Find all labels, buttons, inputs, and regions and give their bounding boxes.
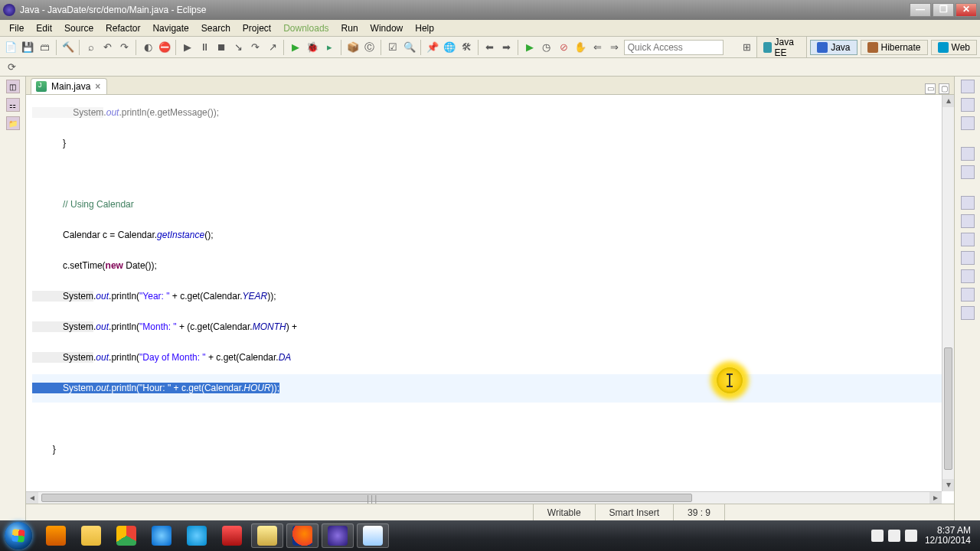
taskbar-media-player[interactable] — [40, 523, 72, 548]
refresh-button[interactable]: ⟳ — [3, 59, 20, 76]
save-all-button[interactable]: 🗃 — [37, 39, 52, 56]
minimize-view-button[interactable]: ▭ — [925, 83, 936, 94]
menu-help[interactable]: Help — [409, 21, 440, 35]
nav-forward-button[interactable]: ➡ — [499, 39, 514, 56]
view-icon-5[interactable] — [961, 233, 975, 246]
taskbar-chrome[interactable] — [110, 523, 142, 548]
view-icon-4[interactable] — [961, 214, 975, 228]
build-button[interactable]: 🔨 — [60, 39, 75, 56]
ext-tools-button[interactable]: ✋ — [573, 39, 588, 56]
perspective-hibernate[interactable]: Hibernate — [861, 40, 928, 55]
code-area[interactable]: System.out.println(e.getMessage()); } //… — [26, 95, 942, 491]
problems-icon[interactable] — [961, 116, 975, 130]
new-package-button[interactable]: 📦 — [345, 39, 361, 56]
vertical-scrollbar[interactable]: ▴ ▾ — [942, 95, 954, 491]
taskbar-eclipse[interactable] — [322, 523, 354, 548]
close-button[interactable]: ✕ — [956, 3, 977, 17]
taskbar-skype[interactable] — [181, 523, 213, 548]
package-explorer-icon[interactable]: ◫ — [6, 80, 20, 93]
menu-navigate[interactable]: Navigate — [146, 21, 194, 35]
vscroll-thumb[interactable] — [944, 347, 952, 470]
menu-window[interactable]: Window — [364, 21, 410, 35]
debug-button[interactable]: 🐞 — [305, 39, 320, 56]
maximize-button[interactable]: ❐ — [933, 3, 954, 17]
view-icon-8[interactable] — [961, 288, 975, 302]
step-over-button[interactable]: ↷ — [248, 39, 263, 56]
new-button[interactable]: 📄 — [3, 39, 18, 56]
taskbar-apache[interactable] — [216, 523, 248, 548]
profile-button[interactable]: ◷ — [539, 39, 554, 56]
view-icon-7[interactable] — [961, 269, 975, 283]
hscroll-thumb[interactable] — [41, 494, 692, 502]
view-icon-3[interactable] — [961, 196, 975, 210]
menu-run[interactable]: Run — [335, 21, 364, 35]
tab-main-java[interactable]: Main.java × — [31, 78, 107, 94]
main-layout: ◫ ⚏ 📁 Main.java × ▭ ▢ System.out.println… — [0, 77, 980, 520]
back-button[interactable]: 🌐 — [442, 39, 457, 56]
outline-icon[interactable] — [961, 98, 975, 112]
scroll-left-button[interactable]: ◂ — [26, 492, 38, 504]
minimize-button[interactable]: — — [910, 3, 931, 17]
explorer-icon — [257, 526, 277, 546]
horizontal-scrollbar[interactable]: ◂ ▸ — [26, 491, 942, 504]
open-type-button[interactable]: ⌕ — [83, 39, 99, 56]
perspective-web[interactable]: Web — [931, 40, 977, 55]
menu-search[interactable]: Search — [195, 21, 237, 35]
taskbar-notepad[interactable] — [357, 523, 389, 548]
run-last-button[interactable]: ▸ — [322, 39, 337, 56]
task-list-icon[interactable] — [961, 80, 975, 93]
open-task-button[interactable]: ☑ — [385, 39, 400, 56]
scroll-right-button[interactable]: ▸ — [929, 492, 942, 504]
menu-edit[interactable]: Edit — [30, 21, 58, 35]
view-icon-9[interactable] — [961, 306, 975, 320]
menu-file[interactable]: File — [3, 21, 30, 35]
coverage-button[interactable]: ▶ — [522, 39, 537, 56]
perspective-javaee[interactable]: Java EE — [756, 37, 807, 58]
prev-annotation-button[interactable]: ⇐ — [590, 39, 605, 56]
menu-project[interactable]: Project — [237, 21, 277, 35]
nav-back-button[interactable]: ⬅ — [482, 39, 497, 56]
save-button[interactable]: 💾 — [20, 39, 35, 56]
open-perspective-button[interactable]: ⊞ — [740, 39, 753, 56]
forward-button[interactable]: 🛠 — [459, 39, 474, 56]
menu-refactor[interactable]: Refactor — [100, 21, 146, 35]
terminate-button[interactable]: ⏹ — [214, 39, 230, 56]
perspective-java[interactable]: Java — [810, 40, 857, 55]
tray-icon-2[interactable] — [888, 530, 900, 542]
scroll-down-button[interactable]: ▾ — [942, 479, 954, 491]
scroll-up-button[interactable]: ▴ — [942, 95, 954, 107]
run-button[interactable]: ▶ — [288, 39, 303, 56]
resume-button[interactable]: ▶ — [180, 39, 195, 56]
quick-access-input[interactable] — [624, 40, 724, 55]
new-class-button[interactable]: Ⓒ — [362, 39, 377, 56]
view-icon-6[interactable] — [961, 251, 975, 265]
search-button[interactable]: 🔍 — [402, 39, 417, 56]
start-button[interactable] — [5, 522, 32, 549]
menu-source[interactable]: Source — [58, 21, 100, 35]
type-hierarchy-icon[interactable]: ⚏ — [6, 98, 20, 112]
tray-icon-1[interactable] — [871, 530, 884, 542]
tab-close-icon[interactable]: × — [95, 81, 100, 92]
skip-breakpoints-button[interactable]: ⛔ — [157, 39, 172, 56]
tray-icon-3[interactable] — [905, 530, 917, 542]
maximize-view-button[interactable]: ▢ — [939, 83, 949, 94]
taskbar-explorer[interactable] — [251, 523, 283, 548]
redo-button[interactable]: ↷ — [117, 39, 132, 56]
view-icon-2[interactable] — [961, 165, 975, 179]
taskbar-firefox[interactable] — [286, 523, 318, 548]
taskbar-clock[interactable]: 8:37 AM 12/10/2014 — [925, 526, 971, 546]
navigator-icon[interactable]: 📁 — [6, 116, 20, 130]
stop-button[interactable]: ⊘ — [556, 39, 571, 56]
taskbar-sticky-notes[interactable] — [75, 523, 107, 548]
view-icon-1[interactable] — [961, 147, 975, 161]
taskbar-ie[interactable] — [145, 523, 178, 548]
step-return-button[interactable]: ↗ — [265, 39, 280, 56]
menubar: File Edit Source Refactor Navigate Searc… — [0, 20, 980, 37]
undo-button[interactable]: ↶ — [100, 39, 116, 56]
pin-button[interactable]: 📌 — [425, 39, 440, 56]
next-annotation-button[interactable]: ⇒ — [607, 39, 622, 56]
toggle-breakpoint-button[interactable]: ◐ — [140, 39, 155, 56]
step-into-button[interactable]: ↘ — [231, 39, 247, 56]
menu-downloads[interactable]: Downloads — [277, 21, 335, 35]
suspend-button[interactable]: ⏸ — [197, 39, 212, 56]
